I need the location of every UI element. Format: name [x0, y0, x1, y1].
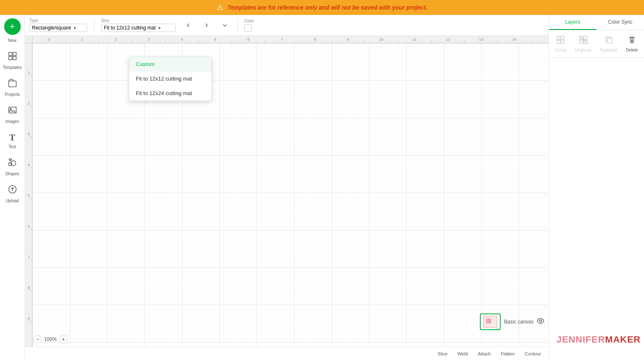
sidebar-item-projects[interactable]: Projects [1, 75, 24, 100]
down-btn[interactable] [219, 20, 231, 31]
svg-rect-66 [557, 40, 560, 44]
brand-jennifer: JENNIFER [557, 334, 605, 345]
svg-rect-62 [486, 318, 491, 323]
ruler-left: 123456789 [25, 43, 32, 347]
contour-action[interactable]: Contour [521, 350, 545, 358]
sidebar-label-templates: Templates [3, 65, 22, 70]
sidebar-label-upload: Upload [6, 198, 19, 203]
warning-banner: ⚠ Templates are for reference only and w… [0, 0, 644, 15]
sidebar-item-templates[interactable]: Templates [1, 48, 24, 73]
svg-text:14: 14 [512, 37, 516, 42]
attach-action[interactable]: Attach [474, 350, 495, 358]
sidebar-label-projects: Projects [5, 92, 20, 97]
weld-action[interactable]: Weld [453, 350, 472, 358]
duplicate-btn[interactable]: Duplicate [597, 34, 621, 54]
svg-text:12: 12 [446, 37, 450, 42]
type-select[interactable]: Rectangle/square ▼ [29, 24, 87, 32]
canvas-grid[interactable] [32, 43, 548, 347]
svg-point-63 [540, 320, 542, 322]
next-btn[interactable] [201, 20, 212, 31]
type-label: Type [29, 18, 87, 23]
svg-rect-64 [557, 36, 560, 39]
new-label: New [8, 38, 16, 43]
delete-btn[interactable]: Delete [623, 34, 642, 54]
zoom-plus-btn[interactable]: + [59, 335, 68, 343]
images-icon [7, 105, 17, 118]
svg-rect-69 [584, 36, 587, 39]
zoom-minus-icon: − [36, 336, 39, 343]
size-label: Size [101, 18, 176, 23]
svg-text:6: 6 [247, 37, 249, 42]
svg-text:5: 5 [27, 193, 29, 198]
color-swatch[interactable] [244, 24, 252, 32]
svg-text:6: 6 [27, 224, 29, 228]
sidebar-label-shapes: Shapes [5, 171, 20, 176]
warning-text: Templates are for reference only and wil… [227, 4, 427, 11]
svg-rect-70 [580, 40, 583, 44]
shapes-icon [7, 157, 17, 170]
svg-marker-8 [9, 159, 12, 161]
svg-rect-67 [561, 40, 564, 44]
canvas-area: 01234567891011121314 123456789 [25, 36, 548, 347]
flatten-action[interactable]: Flatten [497, 350, 519, 358]
svg-rect-60 [32, 43, 548, 347]
delete-icon [627, 35, 637, 47]
zoom-plus-icon: + [62, 336, 65, 343]
svg-text:13: 13 [479, 37, 483, 42]
svg-text:8: 8 [27, 286, 29, 290]
ungroup-label: Ungroup [575, 48, 591, 52]
brand-logo-area: JENNIFERMAKER [557, 334, 641, 345]
svg-rect-65 [561, 36, 564, 39]
svg-text:4: 4 [27, 163, 29, 167]
ungroup-btn[interactable]: Ungroup [572, 34, 594, 54]
plus-icon: + [10, 21, 15, 32]
canvas-thumbnail[interactable] [480, 313, 501, 330]
svg-rect-2 [9, 56, 12, 60]
svg-line-72 [579, 36, 587, 44]
zoom-minus-btn[interactable]: − [33, 335, 42, 343]
slice-action[interactable]: Slice [433, 350, 452, 358]
svg-text:9: 9 [347, 37, 349, 42]
prev-btn[interactable] [182, 20, 194, 31]
warning-icon: ⚠ [216, 3, 223, 12]
toolbar-divider-2 [237, 19, 238, 32]
svg-text:5: 5 [214, 37, 216, 42]
projects-icon [7, 78, 17, 91]
dropdown-item-custom[interactable]: Custom [129, 57, 211, 71]
brand-area: Basic canvas [480, 313, 544, 330]
size-select[interactable]: Fit to 12x12 cutting mat ▼ [101, 24, 176, 32]
size-dropdown-arrow: ▼ [157, 26, 162, 30]
text-icon: T [9, 132, 15, 143]
svg-rect-1 [13, 52, 16, 56]
visibility-icon[interactable] [537, 318, 544, 326]
sidebar-item-images[interactable]: Images [1, 102, 24, 127]
new-button[interactable]: + [4, 18, 21, 35]
group-btn[interactable]: Group [552, 34, 570, 54]
svg-rect-4 [9, 81, 16, 87]
group-label: Group [555, 48, 567, 52]
tab-layers[interactable]: Layers [549, 15, 597, 30]
group-icon [556, 35, 565, 47]
sidebar-item-text[interactable]: T Text [1, 129, 24, 152]
canvas-label: Basic canvas [504, 319, 533, 325]
svg-text:10: 10 [379, 37, 383, 42]
sidebar-item-upload[interactable]: Upload [1, 181, 24, 206]
delete-label: Delete [626, 48, 638, 52]
type-dropdown-arrow: ▼ [73, 26, 77, 30]
ruler-top: 01234567891011121314 [32, 36, 548, 43]
dropdown-item-fit-12x24[interactable]: Fit to 12x24 cutting mat [129, 86, 211, 100]
templates-icon [7, 51, 17, 64]
sidebar-item-shapes[interactable]: Shapes [1, 154, 24, 179]
upload-icon [7, 184, 17, 197]
dropdown-item-fit-12x12[interactable]: Fit to 12x12 cutting mat [129, 71, 211, 86]
bottom-toolbar-actions: Slice Weld Attach Flatten Contour [433, 350, 545, 358]
duplicate-label: Duplicate [600, 48, 617, 52]
brand-logo: JENNIFERMAKER [557, 334, 641, 345]
toolbar: Type Rectangle/square ▼ Size Fit to 12x1… [25, 15, 548, 36]
tab-color-sync[interactable]: Color Sync [597, 15, 644, 30]
svg-text:0: 0 [48, 37, 50, 42]
svg-text:4: 4 [181, 37, 183, 42]
zoom-control: − 100% + [33, 335, 68, 343]
color-row [244, 24, 254, 32]
color-label: Color [244, 19, 254, 23]
